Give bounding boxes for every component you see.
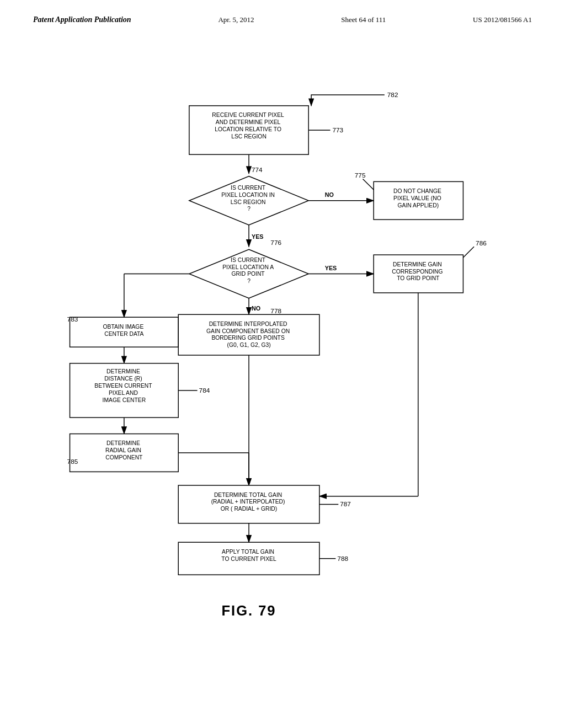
no-label-774: NO	[325, 191, 334, 198]
node-786-text: DETERMINE GAIN CORRESPONDING TO GRID POI…	[392, 261, 444, 282]
ref-786-label: 786	[476, 239, 487, 247]
ref-782-arrow	[311, 95, 385, 106]
ref-787-label: 787	[340, 500, 351, 508]
node-783-text: OBTAIN IMAGE CENTER DATA	[103, 324, 146, 337]
ref-line-786	[463, 247, 474, 258]
ref-783-label: 783	[67, 315, 78, 323]
no-label-776: NO	[252, 305, 260, 312]
ref-line-775	[363, 179, 374, 190]
yes-label-774: YES	[252, 233, 264, 240]
ref-785-label: 785	[67, 458, 78, 465]
ref-776-label: 776	[270, 239, 281, 247]
ref-782-label: 782	[387, 91, 398, 99]
ref-784-label: 784	[199, 387, 210, 394]
publication-date: Apr. 5, 2012	[218, 15, 254, 24]
node-775-text: DO NOT CHANGE PIXEL VALUE (NO GAIN APPLI…	[393, 188, 443, 208]
node-788-text: APPLY TOTAL GAIN TO CURRENT PIXEL	[221, 549, 276, 562]
yes-label-776: YES	[325, 265, 337, 271]
ref-773-label: 773	[332, 126, 343, 134]
flowchart-svg: RECEIVE CURRENT PIXEL AND DETERMINE PIXE…	[0, 30, 565, 681]
fig-label: FIG. 79	[222, 603, 276, 618]
ref-775-label: 775	[355, 172, 366, 179]
page-header: Patent Application Publication Apr. 5, 2…	[0, 0, 565, 24]
publication-title: Patent Application Publication	[33, 15, 131, 24]
diagram-area: RECEIVE CURRENT PIXEL AND DETERMINE PIXE…	[0, 30, 565, 681]
patent-number: US 2012/081566 A1	[473, 15, 532, 24]
node-787-text: DETERMINE TOTAL GAIN (RADIAL + INTERPOLA…	[211, 492, 287, 512]
node-785-text: DETERMINE RADIAL GAIN COMPONENT	[105, 440, 143, 461]
ref-778-label: 778	[270, 307, 281, 315]
sheet-info: Sheet 64 of 111	[341, 15, 386, 24]
ref-774-label: 774	[252, 166, 263, 174]
ref-788-label: 788	[337, 555, 348, 563]
